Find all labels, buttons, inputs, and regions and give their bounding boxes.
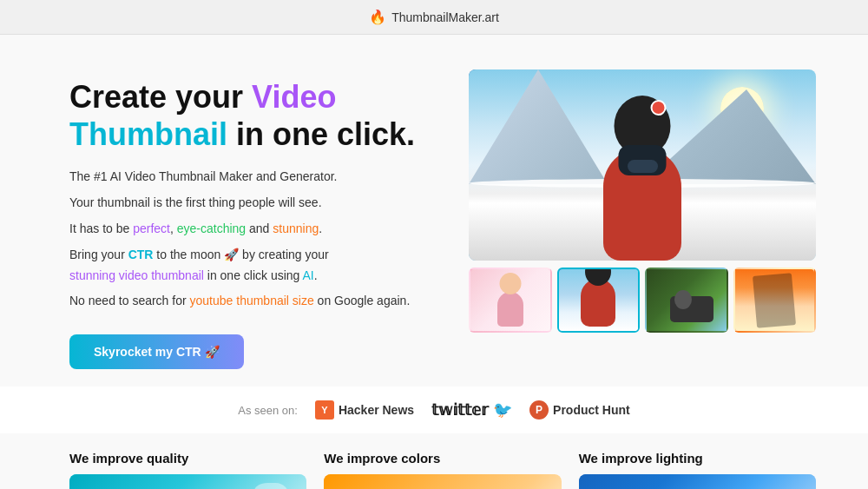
period: .: [319, 221, 322, 235]
desc2-text: Your thumbnail is the first thing people…: [69, 195, 322, 209]
navbar: 🔥 ThumbnailMaker.art: [0, 0, 868, 35]
mask-filter: [628, 160, 658, 173]
feature-quality-title: We improve quality: [69, 451, 306, 466]
thumbnail-2[interactable]: [557, 268, 641, 333]
headline-video: Video: [252, 79, 336, 115]
feature-lighting-img: [579, 474, 816, 489]
hacker-news-label: Hacker News: [339, 403, 414, 417]
feature-quality: We improve quality: [69, 451, 306, 489]
and-text: and: [246, 221, 273, 235]
twitter-logo[interactable]: 𝕥𝕨𝕚𝕥𝕥𝕖𝕣 🐦: [431, 400, 512, 420]
brand-logo[interactable]: 🔥 ThumbnailMaker.art: [369, 9, 499, 25]
flame-icon: 🔥: [369, 9, 386, 25]
desc1-text: The #1 AI Video Thumbnail Maker and Gene…: [69, 169, 337, 183]
desc4-middle: to the moon 🚀 by creating your: [153, 248, 328, 261]
youtube-size-text: youtube thumbnail size: [190, 294, 314, 307]
headline-suffix: in one click.: [227, 116, 415, 152]
product-hunt-label: Product Hunt: [553, 403, 630, 417]
desc-line-2: Your thumbnail is the first thing people…: [69, 193, 434, 214]
feature-colors: We improve colors: [324, 451, 561, 489]
thumbnail-3[interactable]: [645, 268, 728, 333]
hacker-news-logo[interactable]: Y Hacker News: [315, 400, 414, 420]
desc5-prefix: No need to search for: [69, 294, 190, 307]
headline-thumbnail: Thumbnail: [69, 116, 227, 152]
twitter-bird-icon: 🐦: [493, 400, 512, 420]
headline-prefix: Create your: [69, 79, 252, 115]
thumbnail-4[interactable]: [733, 268, 817, 333]
product-hunt-logo[interactable]: P Product Hunt: [529, 400, 630, 420]
thumbnail-1[interactable]: [469, 268, 552, 333]
ph-icon: P: [529, 400, 549, 420]
twitter-icon: 𝕥𝕨𝕚𝕥𝕥𝕖𝕣: [431, 400, 489, 420]
stunning-video-text: stunning video thumbnail: [69, 268, 204, 282]
main-thumbnail-image: [469, 69, 816, 261]
stunning-text: stunning: [273, 221, 319, 235]
desc-line-1: The #1 AI Video Thumbnail Maker and Gene…: [69, 167, 434, 188]
hero-right: [469, 69, 816, 333]
desc3-prefix: It has to be: [69, 221, 133, 235]
feature-quality-img: [69, 474, 306, 489]
desc4-prefix: Bring your: [69, 248, 128, 261]
main-content: Create your Video Thumbnail in one click…: [0, 35, 868, 387]
feature-colors-title: We improve colors: [324, 451, 561, 466]
hn-icon: Y: [315, 400, 334, 420]
eye-catching-text: eye-catching: [177, 221, 246, 235]
comma1: ,: [170, 221, 177, 235]
headline: Create your Video Thumbnail in one click…: [69, 78, 434, 153]
desc4-suffix: in one click using: [204, 268, 303, 282]
brand-name: ThumbnailMaker.art: [391, 10, 499, 24]
features-section: We improve quality We improve colors We …: [0, 433, 868, 489]
helmet-light: [651, 100, 667, 116]
ctr-text: CTR: [128, 248, 154, 261]
as-seen-label: As seen on:: [238, 404, 298, 417]
main-image-placeholder: [469, 69, 816, 261]
mask: [619, 145, 667, 175]
desc-line-5: No need to search for youtube thumbnail …: [69, 291, 434, 312]
desc4-end: .: [314, 268, 318, 282]
feature-colors-img: [324, 474, 561, 489]
thumbnail-strip: [469, 268, 816, 333]
ai-text: AI: [303, 268, 314, 282]
perfect-text: perfect: [133, 221, 170, 235]
feature-lighting: We improve lighting: [579, 451, 816, 489]
desc5-suffix: on Google again.: [314, 294, 411, 307]
cta-label: Skyrocket my CTR 🚀: [94, 345, 220, 359]
climber: [573, 78, 712, 261]
hero-left: Create your Video Thumbnail in one click…: [69, 69, 434, 369]
feature-lighting-title: We improve lighting: [579, 451, 816, 466]
desc-line-3: It has to be perfect, eye-catching and s…: [69, 219, 434, 240]
as-seen-on-section: As seen on: Y Hacker News 𝕥𝕨𝕚𝕥𝕥𝕖𝕣 🐦 P Pr…: [0, 387, 868, 433]
desc-line-4: Bring your CTR to the moon 🚀 by creating…: [69, 245, 434, 287]
cta-button[interactable]: Skyrocket my CTR 🚀: [69, 334, 244, 369]
